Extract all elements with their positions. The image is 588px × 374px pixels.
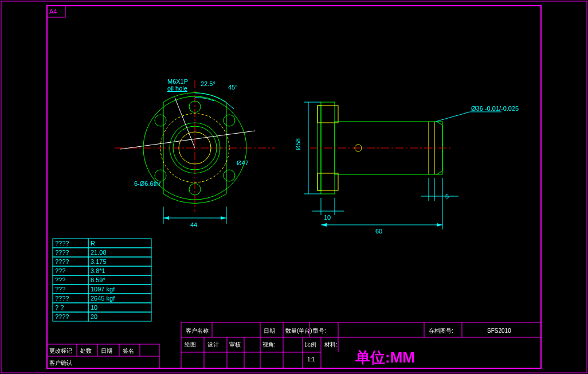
svg-rect-63 <box>88 312 151 321</box>
spec-cell: ???? <box>55 249 69 256</box>
svg-text:1:1: 1:1 <box>307 356 315 363</box>
sheet-size: A4 <box>49 8 57 15</box>
svg-text:型号:: 型号: <box>313 328 326 334</box>
svg-text:更改标记: 更改标记 <box>49 348 72 354</box>
dim44: 44 <box>190 221 197 228</box>
side-view <box>304 102 501 229</box>
angle-22: 22.5° <box>201 80 215 87</box>
spec-cell: 2645 kgf <box>91 295 115 302</box>
svg-text:材料:: 材料: <box>324 341 338 348</box>
spec-cell: 21.08 <box>91 249 107 256</box>
svg-text:签名: 签名 <box>123 348 134 354</box>
spec-cell: ? ? <box>55 304 64 311</box>
svg-line-27 <box>437 171 442 174</box>
svg-text:客户名称: 客户名称 <box>186 328 209 334</box>
svg-rect-24 <box>317 173 338 190</box>
spec-cell: ???? <box>55 240 69 247</box>
svg-text:审核: 审核 <box>229 341 241 348</box>
svg-rect-1 <box>47 6 541 368</box>
svg-text:比例: 比例 <box>305 341 316 348</box>
revision-block: 更改标记 处数 日期 签名 客户确认 <box>47 344 159 368</box>
dia36: Ø36 -0.01/-0.025 <box>471 105 519 112</box>
spec-cell: 10 <box>91 304 97 311</box>
front-view <box>115 80 275 224</box>
dim10: 10 <box>324 214 331 221</box>
dia58: Ø58 <box>295 138 301 150</box>
spec-cell: ??? <box>55 286 65 293</box>
spec-cell: ??? <box>55 267 65 274</box>
svg-rect-61 <box>88 303 151 312</box>
unit-label: 单位:MM <box>355 349 415 366</box>
svg-text:设计: 设计 <box>207 341 219 348</box>
title-block: 客户名称 日期 数量(单台) 型号: 存档图号: SFS2010 材料: 绘图 … <box>181 322 541 368</box>
dim5: 5 <box>445 193 449 200</box>
spec-cell: 1097 kgf <box>91 286 115 293</box>
svg-text:视角:: 视角: <box>262 341 276 348</box>
svg-text:客户确认: 客户确认 <box>49 360 72 366</box>
svg-text:存档图号:: 存档图号: <box>429 328 453 334</box>
svg-rect-47 <box>88 239 151 248</box>
spec-cell: R <box>91 240 95 247</box>
svg-point-12 <box>155 115 166 126</box>
angle-45: 45° <box>228 84 238 91</box>
dim60: 60 <box>375 228 382 235</box>
spec-cell: 8.59° <box>91 276 105 283</box>
svg-point-10 <box>224 115 235 126</box>
svg-rect-0 <box>1 1 587 373</box>
spec-cell: ???? <box>55 258 69 265</box>
dia47: Ø47 <box>237 159 249 166</box>
svg-point-13 <box>155 170 166 181</box>
spec-table: ????R????21.08????3.175???3.8*1???8.59°?… <box>53 239 151 321</box>
spec-cell: ??? <box>55 276 65 283</box>
spec-cell: ???? <box>55 295 69 302</box>
thread-label: M6X1P <box>167 78 188 85</box>
svg-text:日期: 日期 <box>264 328 275 334</box>
svg-text:日期: 日期 <box>101 348 112 354</box>
svg-text:数量(单台): 数量(单台) <box>285 328 312 334</box>
svg-point-11 <box>224 170 235 181</box>
oil-label: oil hole <box>167 85 187 92</box>
archive-number: SFS2010 <box>487 328 511 334</box>
svg-text:处数: 处数 <box>80 348 92 354</box>
svg-line-26 <box>437 122 442 125</box>
svg-rect-23 <box>317 106 338 123</box>
svg-text:绘图: 绘图 <box>185 341 196 348</box>
svg-line-44 <box>436 112 470 122</box>
spec-cell: 3.175 <box>91 258 107 265</box>
spec-cell: 3.8*1 <box>91 267 105 274</box>
cad-drawing: A4 M6X1P oil hole 22.5° 45° 6-Ø6.6thr Ø4… <box>0 0 588 374</box>
bolt-label: 6-Ø6.6thr <box>134 180 161 187</box>
spec-cell: ???? <box>55 313 69 320</box>
spec-cell: 20 <box>91 313 97 320</box>
